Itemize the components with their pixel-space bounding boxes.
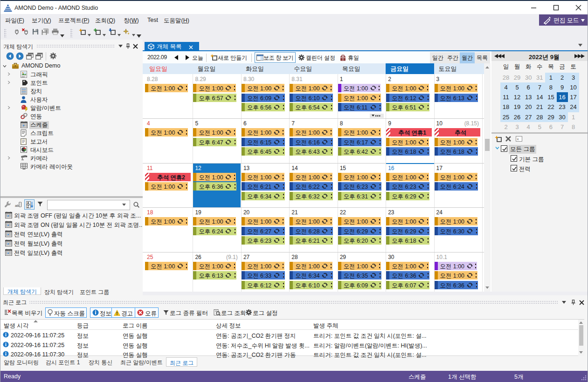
- svg-text:A: A: [27, 201, 29, 205]
- svg-text:ab: ab: [15, 204, 19, 208]
- svg-text:Z: Z: [27, 205, 29, 208]
- svg-text:x: x: [517, 137, 519, 141]
